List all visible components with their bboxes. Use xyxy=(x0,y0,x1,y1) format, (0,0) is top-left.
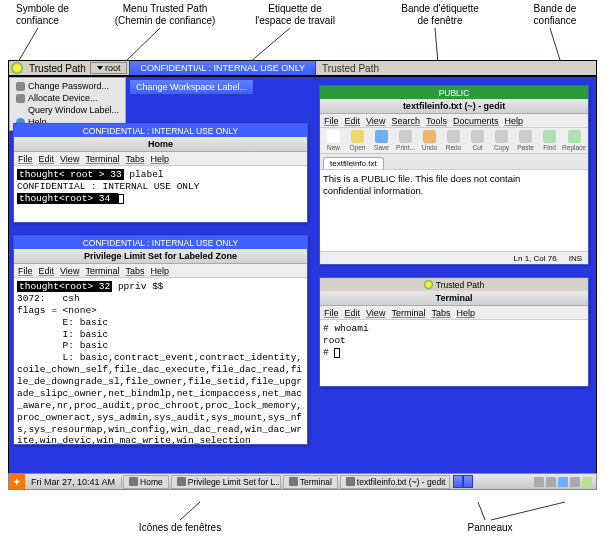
file-tab[interactable]: textfileinfo.txt xyxy=(323,157,384,169)
toolbar-new[interactable]: New xyxy=(323,130,344,151)
menu-help[interactable]: Help xyxy=(504,116,523,126)
editor-body[interactable]: This is a PUBLIC file. This file does no… xyxy=(320,170,588,251)
menu-edit[interactable]: Edit xyxy=(345,308,361,318)
chevron-down-icon xyxy=(97,66,103,70)
menu-view[interactable]: View xyxy=(366,308,385,318)
window-menubar: File Edit View Terminal Tabs Help xyxy=(14,152,307,166)
window-title: Terminal xyxy=(320,291,588,306)
menu-tabs[interactable]: Tabs xyxy=(125,154,144,164)
copy-icon xyxy=(495,130,508,143)
menu-tabs[interactable]: Tabs xyxy=(125,266,144,276)
device-icon xyxy=(16,94,25,103)
undo-icon xyxy=(423,130,436,143)
gedit-statusbar: Ln 1, Col 76 INS xyxy=(320,251,588,264)
window-privilege-terminal: CONFIDENTIAL : INTERNAL USE ONLY Privile… xyxy=(13,235,308,445)
menu-documents[interactable]: Documents xyxy=(453,116,499,126)
toolbar-open[interactable]: Open xyxy=(347,130,368,151)
role-label: root xyxy=(105,63,121,73)
menu-edit[interactable]: Edit xyxy=(345,116,361,126)
menu-file[interactable]: File xyxy=(18,266,33,276)
toolbar-paste[interactable]: Paste xyxy=(515,130,536,151)
svg-line-0 xyxy=(18,28,38,62)
menu-help[interactable]: Help xyxy=(150,266,169,276)
window-menubar: File Edit View Terminal Tabs Help xyxy=(14,264,307,278)
tray-icon[interactable] xyxy=(546,477,556,487)
panel-taskbar: ✦ Fri Mar 27, 10:41 AM Home Privilege Li… xyxy=(8,473,597,490)
menu-change-workspace-label[interactable]: Change Workspace Label... xyxy=(129,79,254,95)
clock: Fri Mar 27, 10:41 AM xyxy=(25,477,122,487)
menu-view[interactable]: View xyxy=(60,266,79,276)
cursor-position: Ln 1, Col 76 xyxy=(514,254,557,263)
taskbar-item-terminal[interactable]: Terminal xyxy=(283,475,338,489)
find-icon xyxy=(543,130,556,143)
menu-change-password[interactable]: Change Password... xyxy=(14,80,121,92)
toolbar-cut[interactable]: Cut xyxy=(467,130,488,151)
terminal-body[interactable]: thought< root > 33 plabel CONFIDENTIAL :… xyxy=(14,166,307,222)
trusted-stripe: Trusted Path root CONFIDENTIAL : INTERNA… xyxy=(8,60,597,76)
toolbar-replace[interactable]: Replace xyxy=(563,130,585,151)
toolbar-print[interactable]: Print... xyxy=(395,130,416,151)
toolbar-copy[interactable]: Copy xyxy=(491,130,512,151)
window-home-terminal: CONFIDENTIAL : INTERNAL USE ONLY Home Fi… xyxy=(13,123,308,223)
tray-icon[interactable] xyxy=(534,477,544,487)
window-trusted-terminal: Trusted Path Terminal File Edit View Ter… xyxy=(319,277,589,387)
ann-etiquette: Etiquette del'espace de travail xyxy=(240,3,350,27)
window-title: Home xyxy=(14,137,307,152)
terminal-body[interactable]: # whoami root # xyxy=(320,320,588,386)
workspace-switcher[interactable] xyxy=(463,475,473,488)
menu-allocate-device[interactable]: Allocate Device... xyxy=(14,92,121,104)
taskbar-item-home[interactable]: Home xyxy=(123,475,169,489)
menu-terminal[interactable]: Terminal xyxy=(85,154,119,164)
menu-terminal[interactable]: Terminal xyxy=(391,308,425,318)
toolbar-redo[interactable]: Redo xyxy=(443,130,464,151)
menu-edit[interactable]: Edit xyxy=(39,154,55,164)
menu-file[interactable]: File xyxy=(324,116,339,126)
new-icon xyxy=(327,130,340,143)
menu-edit[interactable]: Edit xyxy=(39,266,55,276)
toolbar-undo[interactable]: Undo xyxy=(419,130,440,151)
tray-icon[interactable] xyxy=(570,477,580,487)
save-icon xyxy=(375,130,388,143)
menu-query-label[interactable]: Query Window Label... xyxy=(14,104,121,116)
paste-icon xyxy=(519,130,532,143)
svg-line-7 xyxy=(491,502,565,520)
menu-view[interactable]: View xyxy=(366,116,385,126)
menu-view[interactable]: View xyxy=(60,154,79,164)
menu-search[interactable]: Search xyxy=(391,116,420,126)
window-menubar: File Edit View Terminal Tabs Help xyxy=(320,306,588,320)
replace-icon xyxy=(568,130,581,143)
taskbar-item-privilege[interactable]: Privilege Limit Set for L... xyxy=(171,475,281,489)
ann-panneaux: Panneaux xyxy=(450,522,530,534)
ann-symbole: Symbole deconfiance xyxy=(16,3,86,27)
tray-icon[interactable] xyxy=(558,477,568,487)
menu-help[interactable]: Help xyxy=(150,154,169,164)
svg-line-4 xyxy=(550,28,560,60)
menu-help[interactable]: Help xyxy=(456,308,475,318)
cut-icon xyxy=(471,130,484,143)
menu-tools[interactable]: Tools xyxy=(426,116,447,126)
menu-terminal[interactable]: Terminal xyxy=(85,266,119,276)
window-icon xyxy=(346,477,355,486)
window-label-stripe: CONFIDENTIAL : INTERNAL USE ONLY xyxy=(14,236,307,249)
svg-line-6 xyxy=(478,502,485,520)
main-menu-button[interactable]: ✦ xyxy=(9,474,25,489)
cursor xyxy=(334,348,340,358)
cursor xyxy=(118,194,124,204)
tray-icon[interactable] xyxy=(582,477,592,487)
workspace-switcher[interactable] xyxy=(453,475,463,488)
trust-shield-icon xyxy=(11,62,23,74)
menu-file[interactable]: File xyxy=(324,308,339,318)
taskbar-item-gedit[interactable]: textfileinfo.txt (~) - gedit xyxy=(340,475,450,489)
key-icon xyxy=(16,82,25,91)
trust-shield-icon xyxy=(424,280,433,289)
menu-tabs[interactable]: Tabs xyxy=(431,308,450,318)
menu-file[interactable]: File xyxy=(18,154,33,164)
toolbar-find[interactable]: Find xyxy=(539,130,560,151)
ann-menu-tp: Menu Trusted Path(Chemin de confiance) xyxy=(105,3,225,27)
ann-bande-confiance: Bande deconfiance xyxy=(520,3,590,27)
ann-icones: Icônes de fenêtres xyxy=(120,522,240,534)
terminal-body[interactable]: thought<root> 32 ppriv $$ 3072: csh flag… xyxy=(14,278,307,444)
toolbar-save[interactable]: Save xyxy=(371,130,392,151)
role-menu[interactable]: root xyxy=(90,62,128,74)
trusted-path-label-2: Trusted Path xyxy=(316,63,385,74)
